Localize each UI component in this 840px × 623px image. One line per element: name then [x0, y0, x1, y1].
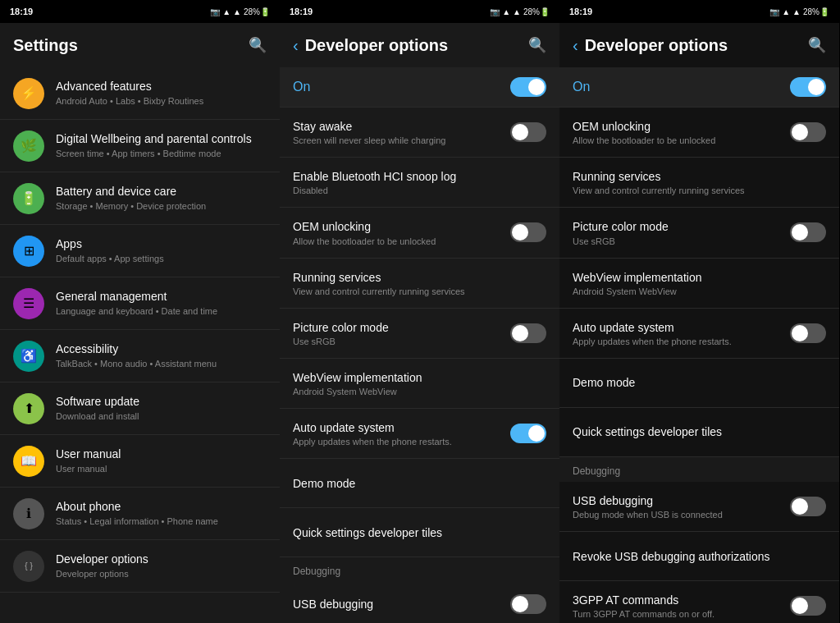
dev-item-running-2[interactable]: Running services View and control curren… [559, 158, 839, 208]
general-title: General management [56, 289, 267, 304]
dev-item-bluetooth-hci[interactable]: Enable Bluetooth HCI snoop log Disabled [280, 158, 559, 208]
dev-item-usb-debug-1[interactable]: USB debugging [280, 582, 559, 623]
settings-list: ⚡ Advanced features Android Auto • Labs … [0, 67, 280, 623]
on-label-2: On [573, 80, 790, 94]
signal-icon: ▲ [233, 7, 241, 16]
debugging-section-header-1: Debugging [280, 557, 559, 582]
developer-toggle-2[interactable] [790, 77, 826, 97]
toggle-knob-1 [528, 79, 545, 95]
webview-title-1: WebView implementation [293, 370, 546, 385]
usb-debug-title-1: USB debugging [293, 597, 510, 612]
stay-awake-toggle[interactable] [510, 122, 546, 142]
dev-item-quick-tiles-2[interactable]: Quick settings developer tiles [559, 408, 839, 457]
dev-item-running-1[interactable]: Running services View and control curren… [280, 259, 559, 309]
dev-item-auto-update-2[interactable]: Auto update system Apply updates when th… [559, 309, 839, 359]
dev-item-picture-color-2[interactable]: Picture color mode Use sRGB [559, 208, 839, 258]
back-icon-2[interactable]: ‹ [573, 36, 578, 55]
about-icon: ℹ [13, 498, 44, 529]
3gpp-toggle[interactable] [790, 596, 826, 616]
usb-debug-toggle-2[interactable] [790, 497, 826, 516]
dev-item-quick-tiles-1[interactable]: Quick settings developer tiles [280, 508, 559, 557]
running-subtitle-2: View and control currently running servi… [573, 186, 826, 195]
settings-item-battery[interactable]: 🔋 Battery and device care Storage • Memo… [0, 172, 280, 225]
quick-tiles-title-2: Quick settings developer tiles [573, 424, 826, 439]
search-icon-3[interactable]: 🔍 [808, 36, 826, 54]
settings-item-accessibility[interactable]: ♿ Accessibility TalkBack • Mono audio • … [0, 330, 280, 383]
usb-debug-toggle-1[interactable] [510, 594, 546, 614]
settings-item-wellbeing[interactable]: 🌿 Digital Wellbeing and parental control… [0, 120, 280, 172]
on-off-row-1: On [280, 67, 559, 108]
auto-update-toggle-1[interactable] [510, 424, 546, 443]
status-bar-3: 18:19 📷 ▲ ▲ 28%🔋 [559, 0, 839, 23]
status-time-2: 18:19 [290, 7, 313, 16]
settings-item-advanced[interactable]: ⚡ Advanced features Android Auto • Labs … [0, 67, 280, 120]
oem-subtitle-2: Allow the bootloader to be unlocked [573, 135, 790, 145]
camera-icon-2: 📷 [490, 7, 500, 16]
on-label-1: On [293, 80, 510, 94]
dev-item-demo-2[interactable]: Demo mode [559, 359, 839, 408]
webview-subtitle-1: Android System WebView [293, 387, 546, 396]
general-subtitle: Language and keyboard • Date and time [56, 305, 267, 317]
dev-item-demo-1[interactable]: Demo mode [280, 459, 559, 508]
developer-toggle-1[interactable] [510, 77, 546, 97]
general-icon: ☰ [13, 288, 44, 319]
picture-color-toggle-2[interactable] [790, 222, 826, 242]
settings-item-general[interactable]: ☰ General management Language and keyboa… [0, 277, 280, 330]
3gpp-title: 3GPP AT commands [573, 593, 790, 607]
wifi-icon-3: ▲ [782, 7, 790, 16]
3gpp-subtitle: Turn 3GPP AT commands on or off. [573, 609, 790, 619]
dev-item-picture-color-1[interactable]: Picture color mode Use sRGB [280, 309, 559, 359]
developer-list-1: Stay awake Screen will never sleep while… [280, 108, 559, 623]
advanced-icon: ⚡ [13, 78, 44, 109]
dev-item-oem-2[interactable]: OEM unlocking Allow the bootloader to be… [559, 108, 839, 158]
picture-color-toggle-1[interactable] [510, 323, 546, 343]
dev-item-usb-debug-2[interactable]: USB debugging Debug mode when USB is con… [559, 482, 839, 532]
stay-awake-subtitle: Screen will never sleep while charging [293, 135, 510, 145]
debugging-section-header-2: Debugging [559, 457, 839, 482]
settings-title: Settings [13, 36, 249, 55]
dev-item-auto-update-1[interactable]: Auto update system Apply updates when th… [280, 409, 559, 459]
advanced-title: Advanced features [56, 79, 267, 94]
software-update-icon: ⬆ [13, 393, 44, 424]
auto-update-toggle-2[interactable] [790, 323, 826, 343]
oem-title-1: OEM unlocking [293, 219, 510, 234]
usb-debug-title-2: USB debugging [573, 493, 790, 508]
dev-item-revoke-usb[interactable]: Revoke USB debugging authorizations [559, 532, 839, 581]
accessibility-icon: ♿ [13, 341, 44, 372]
search-icon-2[interactable]: 🔍 [528, 36, 546, 54]
developer-title: Developer options [56, 552, 267, 566]
status-bar-1: 18:19 📷 ▲ ▲ 28%🔋 [0, 0, 280, 23]
dev-item-webview-1[interactable]: WebView implementation Android System We… [280, 359, 559, 409]
developer-panel-1: 18:19 📷 ▲ ▲ 28%🔋 ‹ Developer options 🔍 O… [280, 0, 559, 623]
signal-icon-3: ▲ [792, 7, 801, 16]
settings-item-manual[interactable]: 📖 User manual User manual [0, 435, 280, 488]
battery-care-icon: 🔋 [13, 183, 44, 214]
demo-title-2: Demo mode [573, 375, 826, 390]
settings-item-software[interactable]: ⬆ Software update Download and install [0, 383, 280, 435]
manual-subtitle: User manual [56, 463, 267, 474]
running-title-1: Running services [293, 270, 546, 285]
status-time-3: 18:19 [569, 7, 592, 16]
picture-color-subtitle-1: Use sRGB [293, 337, 510, 346]
about-title: About phone [56, 499, 267, 514]
oem-toggle-1[interactable] [510, 222, 546, 242]
picture-color-title-1: Picture color mode [293, 320, 510, 335]
oem-toggle-2[interactable] [790, 122, 826, 142]
dev-item-webview-2[interactable]: WebView implementation Android System We… [559, 259, 839, 309]
on-off-row-2: On [559, 67, 839, 108]
manual-title: User manual [56, 447, 267, 461]
developer-subtitle: Developer options [56, 568, 267, 579]
settings-item-apps[interactable]: ⊞ Apps Default apps • App settings [0, 225, 280, 277]
settings-item-developer[interactable]: { } Developer options Developer options [0, 540, 280, 593]
dev-item-3gpp[interactable]: 3GPP AT commands Turn 3GPP AT commands o… [559, 581, 839, 623]
settings-item-about[interactable]: ℹ About phone Status • Legal information… [0, 488, 280, 540]
dev-item-oem-1[interactable]: OEM unlocking Allow the bootloader to be… [280, 208, 559, 258]
back-icon-1[interactable]: ‹ [293, 36, 299, 55]
battery-subtitle: Storage • Memory • Device protection [56, 200, 267, 212]
search-icon[interactable]: 🔍 [249, 36, 267, 54]
demo-title-1: Demo mode [293, 476, 546, 491]
status-icons-2: 📷 ▲ ▲ 28%🔋 [490, 7, 550, 16]
dev-item-stay-awake[interactable]: Stay awake Screen will never sleep while… [280, 108, 559, 158]
software-subtitle: Download and install [56, 410, 267, 422]
webview-subtitle-2: Android System WebView [573, 286, 826, 296]
